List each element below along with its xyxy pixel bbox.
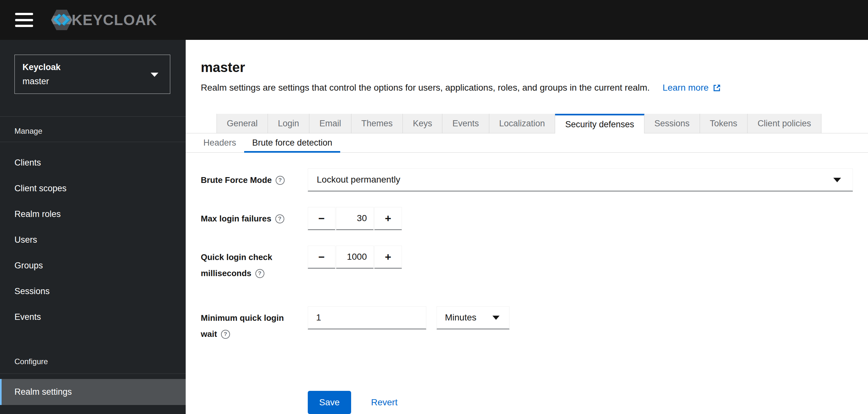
tab-keys[interactable]: Keys xyxy=(403,114,442,133)
nav-list-manage: Clients Client scopes Realm roles Users … xyxy=(0,142,186,330)
brute-force-mode-label: Brute Force Mode? xyxy=(201,169,308,188)
tab-bar: General Login Email Themes Keys Events L… xyxy=(186,114,868,134)
realm-switcher-title: Keycloak xyxy=(23,62,162,72)
form-actions: Save Revert xyxy=(308,391,853,414)
sidebar-item-client-scopes[interactable]: Client scopes xyxy=(0,176,186,201)
max-login-failures-stepper: − + xyxy=(308,207,402,230)
tab-localization[interactable]: Localization xyxy=(489,114,555,133)
subtab-bar: Headers Brute force detection xyxy=(186,134,868,153)
tab-security-defenses[interactable]: Security defenses xyxy=(555,114,644,134)
time-unit-value: Minutes xyxy=(445,313,476,323)
time-unit-select[interactable]: Minutes xyxy=(437,306,509,329)
sidebar-item-groups[interactable]: Groups xyxy=(0,253,186,278)
quick-login-check-input[interactable] xyxy=(336,246,373,268)
minimum-quick-login-wait-field xyxy=(308,306,426,329)
revert-link[interactable]: Revert xyxy=(371,397,397,408)
tab-general[interactable]: General xyxy=(217,114,268,133)
max-login-failures-label: Max login failures? xyxy=(201,207,308,227)
sidebar-item-events[interactable]: Events xyxy=(0,304,186,330)
realm-switcher-realm: master xyxy=(23,76,162,86)
sidebar-item-realm-roles[interactable]: Realm roles xyxy=(0,201,186,227)
sidebar-item-clients[interactable]: Clients xyxy=(0,150,186,176)
tab-themes[interactable]: Themes xyxy=(351,114,403,133)
tab-login[interactable]: Login xyxy=(268,114,309,133)
page-description: Realm settings are settings that control… xyxy=(201,82,650,93)
hamburger-icon xyxy=(15,19,33,21)
page-header: master Realm settings are settings that … xyxy=(186,40,868,93)
caret-down-icon xyxy=(833,178,841,182)
chevron-down-icon xyxy=(151,72,158,77)
help-icon[interactable]: ? xyxy=(275,214,284,224)
app-window: KEYCLOAK Keycloak master Manage Clients … xyxy=(0,0,868,414)
sidebar-item-sessions[interactable]: Sessions xyxy=(0,278,186,304)
plus-button[interactable]: + xyxy=(374,207,402,230)
nav-section-title-manage: Manage xyxy=(0,117,186,142)
tab-client-policies[interactable]: Client policies xyxy=(747,114,822,133)
help-icon[interactable]: ? xyxy=(221,330,230,339)
sidebar-item-users[interactable]: Users xyxy=(0,227,186,253)
sidebar-item-realm-settings[interactable]: Realm settings xyxy=(0,379,186,405)
keycloak-logo-text: KEYCLOAK xyxy=(72,11,157,29)
tab-sessions[interactable]: Sessions xyxy=(644,114,700,133)
minimum-quick-login-wait-input[interactable] xyxy=(308,307,426,328)
brute-force-form: Brute Force Mode? Lockout permanently Ma… xyxy=(186,153,868,414)
minus-button[interactable]: − xyxy=(308,245,335,269)
main-content: master Realm settings are settings that … xyxy=(186,40,868,414)
subtab-headers[interactable]: Headers xyxy=(195,134,244,152)
nav-section-title-configure: Configure xyxy=(0,330,186,374)
plus-button[interactable]: + xyxy=(374,245,402,269)
external-link-icon xyxy=(713,84,721,92)
learn-more-link[interactable]: Learn more xyxy=(663,82,721,93)
save-button[interactable]: Save xyxy=(308,391,351,414)
keycloak-logo[interactable]: KEYCLOAK xyxy=(51,9,157,31)
masthead: KEYCLOAK xyxy=(0,0,868,40)
hamburger-icon xyxy=(15,25,33,27)
quick-login-check-label: Quick login check milliseconds? xyxy=(201,245,308,281)
caret-down-icon xyxy=(493,316,499,320)
help-icon[interactable]: ? xyxy=(276,176,285,185)
tab-tokens[interactable]: Tokens xyxy=(700,114,748,133)
subtab-brute-force-detection[interactable]: Brute force detection xyxy=(244,134,340,152)
keycloak-logo-icon xyxy=(51,9,73,31)
minus-button[interactable]: − xyxy=(308,207,335,230)
nav-toggle-button[interactable] xyxy=(15,13,33,27)
max-login-failures-input[interactable] xyxy=(336,207,373,229)
divider xyxy=(0,374,186,374)
tab-events[interactable]: Events xyxy=(442,114,489,133)
realm-switcher[interactable]: Keycloak master xyxy=(14,55,170,94)
hamburger-icon xyxy=(15,13,33,15)
page-title: master xyxy=(201,60,853,75)
help-icon[interactable]: ? xyxy=(255,269,265,278)
brute-force-mode-value: Lockout permanently xyxy=(317,175,400,185)
tab-email[interactable]: Email xyxy=(309,114,351,133)
brute-force-mode-select[interactable]: Lockout permanently xyxy=(308,169,853,191)
minimum-quick-login-wait-label: Minimum quick login wait? xyxy=(201,306,308,342)
quick-login-check-stepper: − + xyxy=(308,245,402,269)
sidebar: Keycloak master Manage Clients Client sc… xyxy=(0,40,186,414)
